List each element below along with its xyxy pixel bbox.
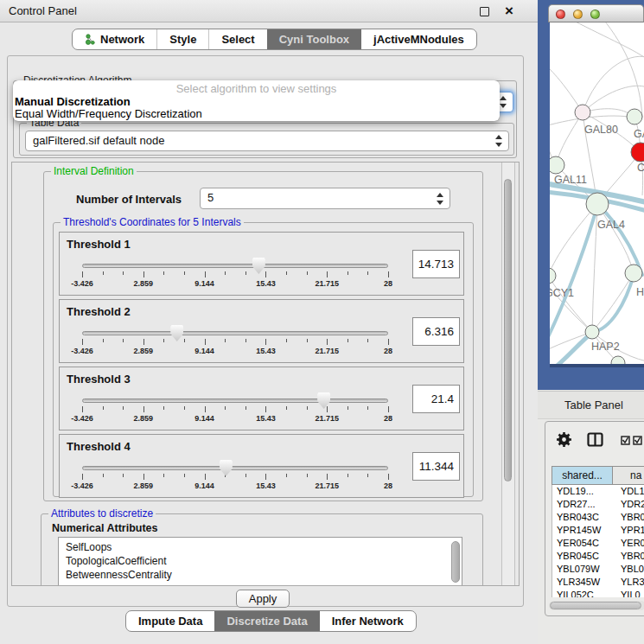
gear-icon[interactable]	[556, 431, 572, 448]
tab-network[interactable]: Network	[73, 29, 156, 49]
table-cell[interactable]: YPR145W	[552, 524, 614, 537]
table-row[interactable]: YPR145WYPR1	[552, 524, 644, 537]
table-cell[interactable]: YDL19...	[552, 485, 614, 498]
slider-thumb[interactable]	[170, 325, 183, 341]
table-cell[interactable]: YER054C	[552, 537, 614, 550]
network-node-gcy1[interactable]	[550, 268, 556, 284]
slider-track[interactable]	[82, 466, 388, 470]
table-data-group: Table Data galFiltered.sif default node	[19, 123, 514, 156]
content-scrollbar-thumb[interactable]	[504, 179, 512, 481]
table-row[interactable]: YDR27...YDR2	[552, 498, 644, 511]
slider-track[interactable]	[82, 399, 388, 403]
window-zoom-button[interactable]	[590, 10, 600, 19]
table-cell[interactable]: YDR2	[614, 498, 644, 511]
table-cell[interactable]: YLR3	[614, 576, 644, 589]
tab-cyni-toolbox[interactable]: Cyni Toolbox	[267, 29, 361, 49]
attribute-list-item[interactable]: BetweennessCentrality	[59, 568, 462, 582]
bottom-tab-impute-data[interactable]: Impute Data	[126, 611, 214, 631]
popup-option-equal-width[interactable]: Equal Width/Frequency Discretization	[13, 108, 500, 120]
major-tick	[143, 406, 144, 412]
attribute-list-item[interactable]: SelfLoops	[59, 540, 462, 554]
network-canvas[interactable]: GAL80GACGAL11GAL4GCY1HHAP2	[550, 22, 644, 364]
tab-select[interactable]: Select	[208, 29, 266, 49]
attributes-listbox[interactable]: SelfLoopsTopologicalCoefficientBetweenne…	[58, 537, 462, 586]
threshold-value-field[interactable]: 11.344	[412, 452, 460, 481]
table-h-scrollbar-thumb[interactable]	[550, 602, 641, 609]
slider-thumb[interactable]	[252, 258, 265, 274]
table-cell[interactable]: YIL052C	[552, 589, 614, 597]
network-node-gal4[interactable]	[586, 193, 609, 215]
table-row[interactable]: YDL19...YDL1	[552, 485, 644, 498]
bottom-tab-discretize-data[interactable]: Discretize Data	[214, 611, 319, 631]
table-cell[interactable]: YBL079W	[552, 563, 614, 576]
table-row[interactable]: YBR043CYBR0	[552, 511, 644, 524]
table-cell[interactable]: YBR0	[614, 550, 644, 563]
minor-tick	[103, 406, 104, 410]
table-row[interactable]: YBL079WYBL0	[552, 563, 644, 576]
attributes-list-items: SelfLoopsTopologicalCoefficientBetweenne…	[59, 538, 462, 582]
tab-label: Network	[100, 33, 144, 46]
bottom-tab-infer-network[interactable]: Infer Network	[320, 611, 416, 631]
table-header-row: shared...na	[552, 466, 644, 485]
table-cell[interactable]: YDL1	[614, 485, 644, 498]
table-row[interactable]: YBR045CYBR0	[552, 550, 644, 563]
slider-track[interactable]	[82, 331, 388, 335]
window-minimize-button[interactable]	[573, 10, 583, 19]
slider-thumb[interactable]	[317, 392, 330, 409]
threshold-value-field[interactable]: 6.316	[412, 317, 460, 346]
thresholds-group: Threshold's Coordinates for 5 Intervals …	[53, 222, 474, 497]
column-header-shared[interactable]: shared...	[552, 466, 613, 485]
close-icon[interactable]: ×	[505, 1, 513, 22]
minor-tick	[307, 339, 308, 342]
threshold-value-field[interactable]: 21.4	[412, 385, 460, 413]
table-cell[interactable]: YBR0	[614, 511, 644, 524]
checkbox-columns-icon[interactable]	[621, 436, 643, 445]
threshold-value-field[interactable]: 14.713	[412, 250, 460, 278]
popup-option-manual[interactable]: Manual Discretization	[13, 96, 500, 108]
network-node-right[interactable]	[625, 265, 642, 282]
minor-tick	[245, 339, 246, 342]
tick-label: 15.43	[256, 279, 276, 288]
window-close-button[interactable]	[556, 10, 565, 19]
table-h-scrollbar[interactable]	[549, 601, 644, 610]
table-cell[interactable]: YER0	[614, 537, 644, 550]
slider-track[interactable]	[82, 264, 388, 268]
right-side: GAL80GACGAL11GAL4GCY1HHAP2 Table Panel	[538, 0, 644, 644]
table-cell[interactable]: YPR1	[614, 524, 644, 537]
table-cell[interactable]: YBR043C	[552, 511, 614, 524]
tick-label: 9.144	[194, 279, 214, 288]
float-window-icon[interactable]	[480, 7, 489, 16]
network-node-pink[interactable]	[575, 105, 590, 120]
major-tick	[327, 271, 328, 277]
list-scrollbar[interactable]	[451, 541, 460, 583]
table-cell[interactable]: YBL0	[614, 563, 644, 576]
table-cell[interactable]: YDR27...	[552, 498, 614, 511]
content-scrollbar[interactable]	[501, 163, 515, 585]
table-cell[interactable]: YBR045C	[552, 550, 614, 563]
table-row[interactable]: YIL052CYIL0	[552, 589, 644, 597]
table-cell[interactable]: YLR345W	[552, 576, 614, 589]
apply-button[interactable]: Apply	[236, 590, 290, 608]
major-tick	[327, 474, 328, 480]
network-node-top-right[interactable]	[627, 109, 642, 124]
interval-definition-group: Interval Definition Number of Intervals …	[43, 171, 483, 501]
network-node-gal11[interactable]	[550, 156, 564, 174]
tick-label: -3.426	[71, 481, 93, 490]
column-header-na[interactable]: na	[613, 466, 644, 485]
tab-style[interactable]: Style	[156, 29, 208, 49]
network-node-hap2[interactable]	[585, 325, 599, 339]
attribute-list-item[interactable]: TopologicalCoefficient	[59, 554, 462, 568]
table-row[interactable]: YER054CYER0	[552, 537, 644, 550]
minor-tick	[307, 271, 308, 275]
tab-jactivemnodules[interactable]: jActiveMNodules	[361, 29, 476, 49]
table-data-combobox[interactable]: galFiltered.sif default node	[25, 131, 509, 151]
table-row[interactable]: YLR345WYLR3	[552, 576, 644, 589]
table-cell[interactable]: YIL0	[614, 589, 644, 597]
slider-thumb[interactable]	[220, 460, 233, 476]
combo-stepper-icon	[499, 96, 507, 108]
num-intervals-combobox[interactable]: 5	[200, 188, 450, 209]
minor-tick	[123, 339, 124, 342]
discretize-data-pane: Discretization Algorithm Table Data galF…	[7, 55, 524, 607]
minor-tick	[245, 271, 246, 275]
split-view-icon[interactable]	[587, 432, 603, 447]
